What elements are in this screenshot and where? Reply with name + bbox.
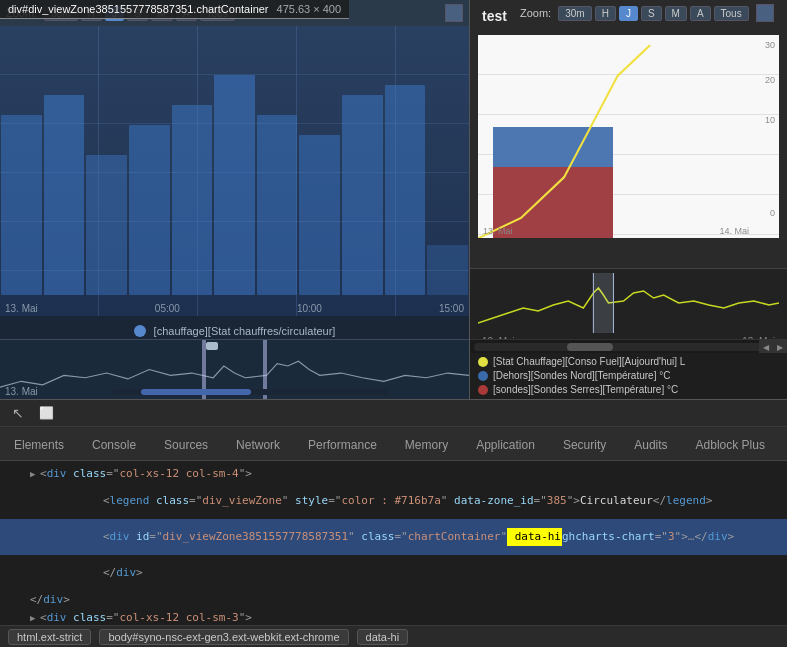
right-zoom-bar: Zoom: 30m H J S M A Tous (520, 4, 779, 22)
right-zoom-label: Zoom: (520, 7, 551, 19)
right-chart-panel: test Zoom: 30m H J S M A Tous 30 20 (470, 0, 787, 399)
code-line-3-selected[interactable]: <div id="div_viewZone3851557778587351" c… (0, 519, 787, 555)
code-line-6: ▶ <div class="col-xs-12 col-sm-3"> (0, 609, 787, 625)
legend-text-0: [Stat Chauffage][Conso Fuel][Aujourd'hui… (493, 355, 685, 369)
tab-performance[interactable]: Performance (294, 432, 391, 460)
tab-elements[interactable]: Elements (0, 432, 78, 460)
tab-memory[interactable]: Memory (391, 432, 462, 460)
left-date-3: 10:00 (297, 303, 322, 314)
inspect-tool-btn[interactable]: ⬜ (36, 403, 56, 423)
legend-item-2: [sondes][Sondes Serres][Température] °C (478, 383, 779, 397)
legend-dot-2 (478, 385, 488, 395)
right-date-2: 14. Mai (719, 226, 749, 236)
tab-console[interactable]: Console (78, 432, 150, 460)
right-zoom-h[interactable]: H (595, 6, 616, 21)
left-chart-panel: div#div_viewZone3851557778587351.chartCo… (0, 0, 470, 399)
tooltip-dimensions: 475.63 × 400 (277, 3, 342, 15)
cursor-tool-btn[interactable]: ↖ (8, 403, 28, 423)
right-zoom-s[interactable]: S (641, 6, 662, 21)
right-zoom-a[interactable]: A (690, 6, 711, 21)
devtools-panel: ↖ ⬜ Elements Console Sources Network Per… (0, 400, 787, 647)
code-line-5: </div> (0, 591, 787, 609)
legend-dot-0 (478, 357, 488, 367)
devtools-toolbar: ↖ ⬜ (0, 400, 787, 427)
mini-date-1: 13. Mai (5, 386, 38, 397)
legend-dot-1 (478, 371, 488, 381)
legend-text-2: [sondes][Sondes Serres][Température] °C (493, 383, 678, 397)
svg-rect-0 (593, 273, 613, 333)
right-date-1: 13. Mai (483, 226, 513, 236)
right-chart-title: test (482, 8, 507, 24)
devtools-code-area: ▶ <div class="col-xs-12 col-sm-4"> <lege… (0, 461, 787, 625)
right-zoom-tous[interactable]: Tous (714, 6, 749, 21)
element-tooltip: div#div_viewZone3851557778587351.chartCo… (0, 0, 349, 19)
right-bottom-scrollbar[interactable]: ◀ ▶ (470, 339, 787, 353)
devtools-statusbar: html.ext-strict body#syno-nsc-ext-gen3.e… (0, 625, 787, 647)
code-line-4: </div> (0, 555, 787, 591)
left-chart-caption: [chauffage][Stat chauffres/circulateur] (154, 325, 336, 337)
right-zoom-square[interactable] (756, 4, 774, 22)
status-breadcrumb[interactable]: body#syno-nsc-ext-gen3.ext-webkit.ext-ch… (99, 629, 348, 645)
status-mode[interactable]: html.ext-strict (8, 629, 91, 645)
tab-network[interactable]: Network (222, 432, 294, 460)
tab-security[interactable]: Security (549, 432, 620, 460)
right-bottom-chart: 12. Mai 13. Mai ◀ ▶ [Stat Chauffage][Con (470, 269, 787, 399)
right-zoom-m[interactable]: M (665, 6, 687, 21)
tab-adblock[interactable]: Adblock Plus (682, 432, 779, 460)
zoom-square-btn[interactable] (445, 4, 463, 22)
devtools-tabs: Elements Console Sources Network Perform… (0, 427, 787, 461)
code-line-2: <legend class="div_viewZone" style="colo… (0, 483, 787, 519)
left-date-1: 13. Mai (5, 303, 38, 314)
legend-text-1: [Dehors][Sondes Nord][Température] °C (493, 369, 670, 383)
right-zoom-j[interactable]: J (619, 6, 638, 21)
code-line-1: ▶ <div class="col-xs-12 col-sm-4"> (0, 465, 787, 483)
right-zoom-30m[interactable]: 30m (558, 6, 591, 21)
legend-item-0: [Stat Chauffage][Conso Fuel][Aujourd'hui… (478, 355, 779, 369)
left-date-4: 15:00 (439, 303, 464, 314)
legend-item-1: [Dehors][Sondes Nord][Température] °C (478, 369, 779, 383)
right-white-chart: 30 20 10 0 13. Mai 14 (478, 35, 779, 238)
left-chart-area: 13. Mai 05:00 10:00 15:00 (0, 26, 469, 316)
left-mini-chart: 13. Mai (0, 339, 469, 399)
tab-sources[interactable]: Sources (150, 432, 222, 460)
tab-audits[interactable]: Audits (620, 432, 681, 460)
left-date-2: 05:00 (155, 303, 180, 314)
right-legend: [Stat Chauffage][Conso Fuel][Aujourd'hui… (470, 353, 787, 399)
tab-application[interactable]: Application (462, 432, 549, 460)
status-highlight[interactable]: data-hi (357, 629, 409, 645)
right-top-chart: test Zoom: 30m H J S M A Tous 30 20 (470, 0, 787, 269)
tooltip-element-id: div#div_viewZone3851557778587351.chartCo… (8, 3, 269, 15)
